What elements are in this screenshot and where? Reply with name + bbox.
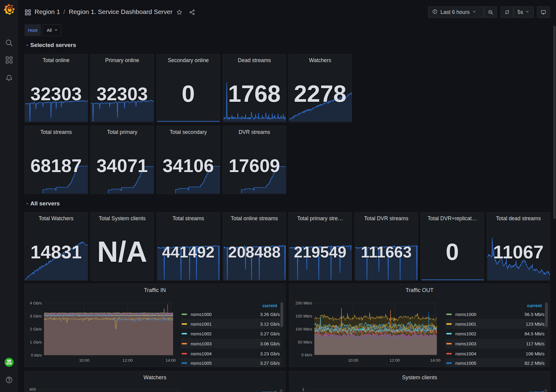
svg-text:0 kb/s: 0 kb/s bbox=[301, 353, 312, 357]
svg-text:400: 400 bbox=[29, 387, 36, 392]
svg-text:10:00: 10:00 bbox=[79, 358, 89, 363]
svg-text:150 Mb/s: 150 Mb/s bbox=[295, 314, 312, 318]
svg-text:100 Mb/s: 100 Mb/s bbox=[295, 327, 312, 331]
svg-text:200 Mb/s: 200 Mb/s bbox=[295, 301, 312, 305]
svg-text:1 Gb/s: 1 Gb/s bbox=[30, 340, 42, 344]
svg-text:0 kb/s: 0 kb/s bbox=[31, 353, 42, 357]
svg-text:12:00: 12:00 bbox=[122, 358, 133, 363]
svg-text:12:00: 12:00 bbox=[390, 358, 400, 363]
svg-text:1: 1 bbox=[302, 387, 304, 392]
svg-text:2 Gb/s: 2 Gb/s bbox=[30, 327, 42, 331]
svg-text:3 Gb/s: 3 Gb/s bbox=[30, 314, 42, 318]
svg-text:14:00: 14:00 bbox=[166, 358, 176, 363]
svg-text:4 Gb/s: 4 Gb/s bbox=[30, 301, 42, 305]
svg-text:10:00: 10:00 bbox=[348, 358, 358, 363]
svg-text:50 Mb/s: 50 Mb/s bbox=[298, 340, 312, 344]
svg-text:14:00: 14:00 bbox=[430, 358, 440, 363]
